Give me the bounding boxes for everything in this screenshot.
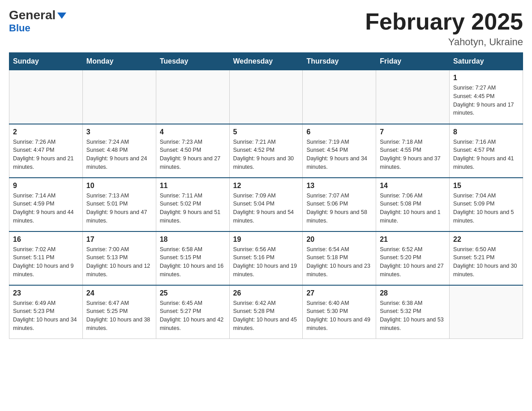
day-number: 2 — [13, 128, 79, 136]
day-info: Sunrise: 7:13 AMSunset: 5:01 PMDaylight:… — [86, 192, 152, 225]
calendar-cell: 27Sunrise: 6:40 AMSunset: 5:30 PMDayligh… — [303, 285, 376, 339]
calendar-cell: 20Sunrise: 6:54 AMSunset: 5:18 PMDayligh… — [303, 231, 376, 285]
weekday-header-wednesday: Wednesday — [229, 53, 303, 70]
calendar-cell — [9, 70, 83, 124]
calendar-cell: 8Sunrise: 7:16 AMSunset: 4:57 PMDaylight… — [450, 124, 523, 178]
day-info: Sunrise: 7:06 AMSunset: 5:08 PMDaylight:… — [380, 192, 446, 225]
calendar-cell — [82, 70, 156, 124]
weekday-header-tuesday: Tuesday — [156, 53, 229, 70]
calendar-cell: 28Sunrise: 6:38 AMSunset: 5:32 PMDayligh… — [376, 285, 450, 339]
day-info: Sunrise: 6:42 AMSunset: 5:28 PMDaylight:… — [233, 299, 299, 333]
day-number: 14 — [380, 182, 446, 190]
day-number: 7 — [380, 128, 446, 136]
day-number: 13 — [306, 182, 372, 190]
calendar-cell: 15Sunrise: 7:04 AMSunset: 5:09 PMDayligh… — [450, 178, 523, 231]
day-info: Sunrise: 7:21 AMSunset: 4:52 PMDaylight:… — [233, 138, 299, 171]
calendar-cell: 4Sunrise: 7:23 AMSunset: 4:50 PMDaylight… — [156, 124, 229, 178]
calendar-cell: 1Sunrise: 7:27 AMSunset: 4:45 PMDaylight… — [450, 70, 523, 124]
day-info: Sunrise: 6:47 AMSunset: 5:25 PMDaylight:… — [86, 299, 152, 333]
calendar-cell: 7Sunrise: 7:18 AMSunset: 4:55 PMDaylight… — [376, 124, 450, 178]
day-info: Sunrise: 7:02 AMSunset: 5:11 PMDaylight:… — [13, 245, 79, 279]
day-info: Sunrise: 7:18 AMSunset: 4:55 PMDaylight:… — [380, 138, 446, 171]
calendar-cell — [376, 70, 450, 124]
calendar-cell: 22Sunrise: 6:50 AMSunset: 5:21 PMDayligh… — [450, 231, 523, 285]
day-info: Sunrise: 6:52 AMSunset: 5:20 PMDaylight:… — [380, 245, 446, 279]
day-number: 20 — [306, 235, 372, 244]
calendar-cell: 19Sunrise: 6:56 AMSunset: 5:16 PMDayligh… — [229, 231, 303, 285]
calendar-cell: 13Sunrise: 7:07 AMSunset: 5:06 PMDayligh… — [303, 178, 376, 231]
weekday-header-friday: Friday — [376, 53, 450, 70]
day-info: Sunrise: 6:45 AMSunset: 5:27 PMDaylight:… — [160, 299, 226, 333]
weekday-header-monday: Monday — [82, 53, 156, 70]
calendar-cell: 2Sunrise: 7:26 AMSunset: 4:47 PMDaylight… — [9, 124, 83, 178]
calendar-cell: 10Sunrise: 7:13 AMSunset: 5:01 PMDayligh… — [82, 178, 156, 231]
calendar-cell: 16Sunrise: 7:02 AMSunset: 5:11 PMDayligh… — [9, 231, 83, 285]
calendar-table: SundayMondayTuesdayWednesdayThursdayFrid… — [9, 52, 523, 339]
calendar-cell: 18Sunrise: 6:58 AMSunset: 5:15 PMDayligh… — [156, 231, 229, 285]
logo: General Blue — [9, 9, 66, 34]
day-number: 15 — [453, 182, 519, 190]
day-info: Sunrise: 7:11 AMSunset: 5:02 PMDaylight:… — [160, 192, 226, 225]
day-info: Sunrise: 7:23 AMSunset: 4:50 PMDaylight:… — [160, 138, 226, 171]
calendar-week-row: 2Sunrise: 7:26 AMSunset: 4:47 PMDaylight… — [9, 124, 523, 178]
calendar-cell — [450, 285, 523, 339]
calendar-cell — [303, 70, 376, 124]
day-number: 8 — [453, 128, 519, 136]
day-number: 23 — [13, 289, 79, 297]
day-number: 24 — [86, 289, 152, 297]
day-info: Sunrise: 7:24 AMSunset: 4:48 PMDaylight:… — [86, 138, 152, 171]
day-number: 9 — [13, 182, 79, 190]
day-info: Sunrise: 7:14 AMSunset: 4:59 PMDaylight:… — [13, 192, 79, 225]
day-info: Sunrise: 6:50 AMSunset: 5:21 PMDaylight:… — [453, 245, 519, 279]
day-number: 5 — [233, 128, 299, 136]
calendar-cell: 23Sunrise: 6:49 AMSunset: 5:23 PMDayligh… — [9, 285, 83, 339]
calendar-cell: 14Sunrise: 7:06 AMSunset: 5:08 PMDayligh… — [376, 178, 450, 231]
calendar-week-row: 9Sunrise: 7:14 AMSunset: 4:59 PMDaylight… — [9, 178, 523, 231]
day-info: Sunrise: 7:09 AMSunset: 5:04 PMDaylight:… — [233, 192, 299, 225]
calendar-cell: 26Sunrise: 6:42 AMSunset: 5:28 PMDayligh… — [229, 285, 303, 339]
calendar-week-row: 16Sunrise: 7:02 AMSunset: 5:11 PMDayligh… — [9, 231, 523, 285]
calendar-cell: 9Sunrise: 7:14 AMSunset: 4:59 PMDaylight… — [9, 178, 83, 231]
calendar-cell: 6Sunrise: 7:19 AMSunset: 4:54 PMDaylight… — [303, 124, 376, 178]
month-title: February 2025 — [365, 9, 523, 34]
calendar-cell: 5Sunrise: 7:21 AMSunset: 4:52 PMDaylight… — [229, 124, 303, 178]
day-number: 18 — [160, 235, 226, 244]
calendar-cell: 11Sunrise: 7:11 AMSunset: 5:02 PMDayligh… — [156, 178, 229, 231]
calendar-cell: 12Sunrise: 7:09 AMSunset: 5:04 PMDayligh… — [229, 178, 303, 231]
day-number: 1 — [453, 74, 519, 82]
calendar-cell: 17Sunrise: 7:00 AMSunset: 5:13 PMDayligh… — [82, 231, 156, 285]
day-number: 26 — [233, 289, 299, 297]
day-info: Sunrise: 7:00 AMSunset: 5:13 PMDaylight:… — [86, 245, 152, 279]
calendar-cell: 3Sunrise: 7:24 AMSunset: 4:48 PMDaylight… — [82, 124, 156, 178]
day-info: Sunrise: 7:27 AMSunset: 4:45 PMDaylight:… — [453, 84, 519, 117]
calendar-cell — [156, 70, 229, 124]
day-info: Sunrise: 7:07 AMSunset: 5:06 PMDaylight:… — [306, 192, 372, 225]
day-number: 16 — [13, 235, 79, 244]
calendar-cell: 21Sunrise: 6:52 AMSunset: 5:20 PMDayligh… — [376, 231, 450, 285]
calendar-week-row: 1Sunrise: 7:27 AMSunset: 4:45 PMDaylight… — [9, 70, 523, 124]
day-number: 25 — [160, 289, 226, 297]
title-area: February 2025 Yahotyn, Ukraine — [365, 9, 523, 48]
weekday-header-thursday: Thursday — [303, 53, 376, 70]
calendar-week-row: 23Sunrise: 6:49 AMSunset: 5:23 PMDayligh… — [9, 285, 523, 339]
day-number: 21 — [380, 235, 446, 244]
logo-blue: Blue — [9, 22, 30, 34]
day-info: Sunrise: 6:54 AMSunset: 5:18 PMDaylight:… — [306, 245, 372, 279]
day-number: 27 — [306, 289, 372, 297]
day-number: 22 — [453, 235, 519, 244]
day-number: 3 — [86, 128, 152, 136]
day-number: 6 — [306, 128, 372, 136]
day-number: 17 — [86, 235, 152, 244]
day-number: 12 — [233, 182, 299, 190]
day-info: Sunrise: 7:26 AMSunset: 4:47 PMDaylight:… — [13, 138, 79, 171]
calendar-cell — [229, 70, 303, 124]
day-info: Sunrise: 6:56 AMSunset: 5:16 PMDaylight:… — [233, 245, 299, 279]
day-info: Sunrise: 7:16 AMSunset: 4:57 PMDaylight:… — [453, 138, 519, 171]
day-number: 28 — [380, 289, 446, 297]
day-info: Sunrise: 7:19 AMSunset: 4:54 PMDaylight:… — [306, 138, 372, 171]
day-info: Sunrise: 6:49 AMSunset: 5:23 PMDaylight:… — [13, 299, 79, 333]
weekday-header-row: SundayMondayTuesdayWednesdayThursdayFrid… — [9, 53, 523, 70]
day-info: Sunrise: 6:40 AMSunset: 5:30 PMDaylight:… — [306, 299, 372, 333]
day-info: Sunrise: 6:38 AMSunset: 5:32 PMDaylight:… — [380, 299, 446, 333]
location: Yahotyn, Ukraine — [365, 36, 523, 48]
